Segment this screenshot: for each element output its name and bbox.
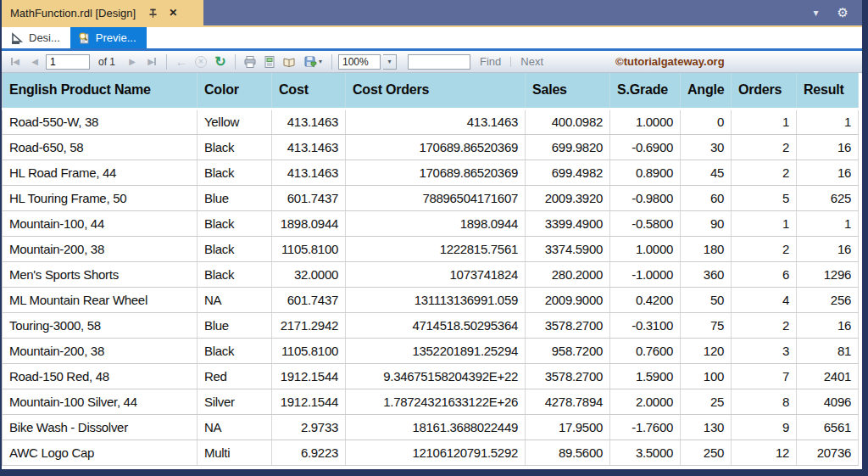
export-button[interactable]: ▾ — [300, 53, 326, 70]
table-cell: 130 — [681, 414, 732, 440]
print-layout-button[interactable] — [261, 53, 278, 70]
table-cell: 12 — [732, 440, 797, 465]
view-tab-strip: Desi... Previe... — [2, 27, 862, 48]
table-cell: 18161.3688022449 — [346, 414, 526, 440]
table-cell: Black — [198, 160, 272, 185]
previous-page-button[interactable]: ◀ — [26, 53, 43, 70]
table-cell: Black — [198, 338, 272, 363]
column-header: Cost — [272, 73, 346, 109]
table-cell: 7 — [732, 363, 797, 389]
page-number-input[interactable] — [46, 54, 90, 70]
table-cell: 6.9223 — [272, 440, 346, 465]
table-cell: 12106120791.5292 — [346, 440, 526, 465]
toolbar-separator — [166, 54, 167, 70]
table-cell: -1.0000 — [610, 261, 681, 287]
zoom-select[interactable]: 100% — [338, 54, 381, 70]
table-cell: 413.1463 — [272, 134, 346, 160]
table-cell: 1898.0944 — [272, 210, 346, 236]
table-cell: 699.9820 — [526, 134, 610, 160]
table-cell: 2401 — [797, 363, 859, 389]
next-button[interactable]: Next — [514, 55, 550, 68]
page-setup-button[interactable] — [281, 53, 298, 70]
table-cell: 0 — [681, 109, 732, 134]
table-cell: 1.78724321633122E+26 — [346, 389, 526, 414]
print-button[interactable] — [242, 53, 259, 70]
table-cell: 4096 — [797, 389, 859, 414]
table-header-row: English Product NameColorCostCost Orders… — [3, 73, 859, 109]
document-tab[interactable]: MathFunction.rdl [Design] ✕ — [2, 0, 203, 25]
gear-icon[interactable]: ⚙ — [837, 5, 849, 20]
stop-button[interactable]: ✕ — [192, 53, 209, 70]
table-cell: 17.9500 — [526, 414, 610, 440]
column-header: Color — [198, 73, 272, 109]
table-cell: 3578.2700 — [526, 312, 610, 338]
column-header: Result — [797, 73, 859, 109]
table-cell: Black — [198, 210, 272, 236]
report-preview-area: English Product NameColorCostCost Orders… — [2, 73, 862, 469]
table-cell: 360 — [681, 261, 732, 287]
table-row: Road-550-W, 38Yellow413.1463413.1463400.… — [3, 109, 859, 134]
table-cell: Yellow — [198, 109, 272, 134]
table-row: ML Mountain Rear WheelNA601.743713111313… — [3, 287, 859, 312]
table-row: Road-150 Red, 48Red1912.15449.3467515820… — [3, 363, 859, 389]
table-cell: 2009.9000 — [526, 287, 610, 312]
table-cell: Road-150 Red, 48 — [3, 363, 198, 389]
table-cell: 1296 — [797, 261, 859, 287]
table-cell: 1.0000 — [610, 109, 681, 134]
table-cell: 1073741824 — [346, 261, 526, 287]
table-cell: Silver — [198, 389, 272, 414]
table-cell: Mountain-200, 38 — [3, 338, 198, 363]
close-icon[interactable]: ✕ — [169, 7, 177, 19]
table-row: AWC Logo CapMulti6.922312106120791.52928… — [3, 440, 859, 465]
table-cell: 100 — [681, 363, 732, 389]
export-dropdown-arrow: ▾ — [319, 58, 322, 65]
table-cell: 413.1463 — [346, 109, 526, 134]
last-page-button[interactable]: ▶ — [143, 53, 160, 70]
pin-icon[interactable] — [147, 8, 159, 19]
refresh-button[interactable]: ↻ — [212, 53, 229, 70]
table-row: Mountain-100, 44Black1898.09441898.09443… — [3, 210, 859, 236]
titlebar-right-controls: ▾ ⚙ — [814, 0, 862, 25]
next-page-button[interactable]: ▶ — [124, 53, 141, 70]
tab-design-label: Desi... — [29, 31, 60, 44]
table-cell: -1.7600 — [610, 414, 681, 440]
find-text-input[interactable] — [408, 54, 470, 70]
report-table: English Product NameColorCostCost Orders… — [2, 73, 859, 466]
find-button[interactable]: Find — [473, 55, 508, 68]
tab-preview[interactable]: Previe... — [70, 27, 147, 48]
table-cell: 0.4200 — [610, 287, 681, 312]
back-button[interactable]: ← — [173, 53, 190, 70]
table-cell: 2 — [732, 134, 797, 160]
column-header: Cost Orders — [346, 73, 526, 109]
table-cell: 90 — [681, 210, 732, 236]
table-cell: 16 — [797, 236, 859, 261]
table-cell: 170689.86520369 — [346, 160, 526, 185]
table-cell: 16 — [797, 134, 859, 160]
table-cell: HL Road Frame, 44 — [3, 160, 198, 185]
report-viewer-toolbar: ◀ ◀ of 1 ▶ ▶ ← ✕ ↻ ▾ 100% ▾ Find Next ©t… — [2, 51, 862, 73]
table-cell: Black — [198, 236, 272, 261]
tab-design[interactable]: Desi... — [3, 27, 70, 48]
table-cell: 3399.4900 — [526, 210, 610, 236]
table-cell: -0.3100 — [610, 312, 681, 338]
table-cell: Road-550-W, 38 — [3, 109, 198, 134]
table-cell: 1 — [797, 210, 859, 236]
document-tab-title: MathFunction.rdl [Design] — [10, 7, 136, 20]
table-cell: Mountain-100 Silver, 44 — [3, 389, 198, 414]
table-cell: 2171.2942 — [272, 312, 346, 338]
watermark-text: ©tutorialgateway.org — [615, 55, 725, 68]
table-cell: 1222815.7561 — [346, 236, 526, 261]
table-cell: 2.0000 — [610, 389, 681, 414]
page-count-label: of 1 — [92, 56, 121, 68]
table-cell: 413.1463 — [272, 109, 346, 134]
table-row: Bike Wash - DissolverNA2.973318161.36880… — [3, 414, 859, 440]
first-page-button[interactable]: ◀ — [7, 53, 24, 70]
zoom-dropdown-button[interactable]: ▾ — [383, 54, 397, 70]
table-cell: 625 — [797, 185, 859, 210]
chevron-down-icon[interactable]: ▾ — [814, 7, 819, 19]
table-cell: 2 — [732, 236, 797, 261]
table-cell: 180 — [681, 236, 732, 261]
table-cell: ML Mountain Rear Wheel — [3, 287, 198, 312]
column-header: Sales — [526, 73, 610, 109]
table-cell: 3374.5900 — [526, 236, 610, 261]
